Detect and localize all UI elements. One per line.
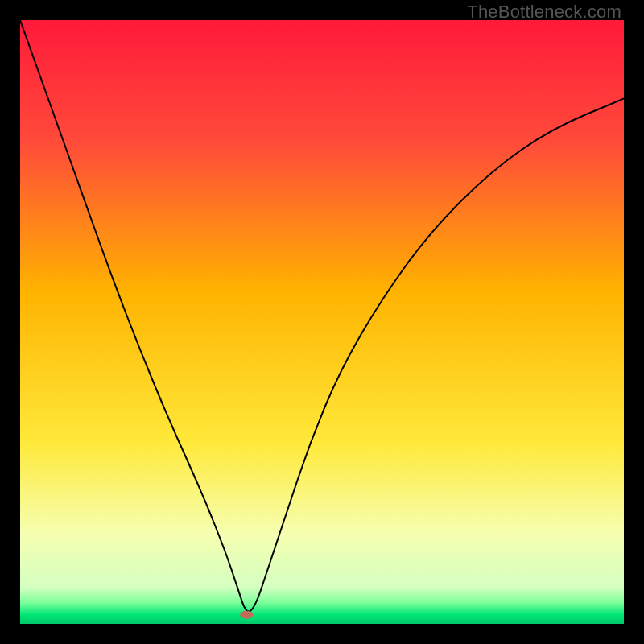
chart-frame — [20, 20, 624, 624]
optimal-point-marker — [240, 611, 253, 619]
bottleneck-chart — [20, 20, 624, 624]
gradient-background — [20, 20, 624, 624]
